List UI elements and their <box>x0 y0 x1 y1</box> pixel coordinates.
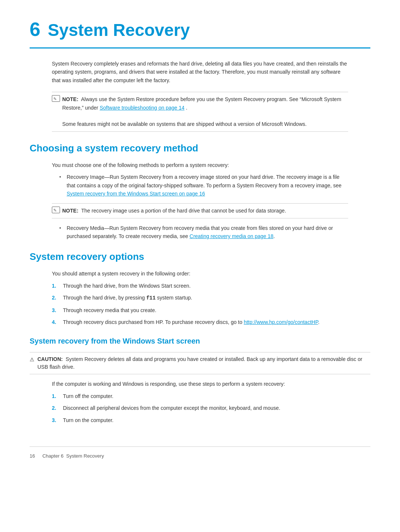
options-section-title: System recovery options <box>30 250 370 264</box>
caution-triangle-icon: ⚠ <box>30 356 34 364</box>
options-step-2-text-after: system startup. <box>156 295 192 301</box>
options-intro: You should attempt a system recovery in … <box>52 270 348 278</box>
windows-step-1: 1. Turn off the computer. <box>52 392 348 400</box>
caution-content: CAUTION: System Recovery deletes all dat… <box>37 355 370 371</box>
bullet-1-text-before: Recovery Image—Run System Recovery from … <box>67 174 341 188</box>
caution-text: System Recovery deletes all data and pro… <box>37 356 362 370</box>
page-footer: 16 Chapter 6 System Recovery <box>30 446 370 460</box>
options-step-2-code: f11 <box>146 295 156 301</box>
note-text-after-link: . <box>186 105 187 111</box>
options-step-3-text: Through recovery media that you create. <box>63 307 156 313</box>
windows-step-1-number: 1. <box>52 392 56 400</box>
choosing-bullet-list-2: Recovery Media—Run System Recovery from … <box>59 224 348 241</box>
windows-step-2: 2. Disconnect all peripheral devices fro… <box>52 404 348 412</box>
windows-start-steps: 1. Turn off the computer. 2. Disconnect … <box>52 392 348 424</box>
bullet-item-2: Recovery Media—Run System Recovery from … <box>59 224 348 241</box>
options-step-4: 4. Through recovery discs purchased from… <box>52 318 348 326</box>
chapter-header: 6 System Recovery <box>30 15 370 48</box>
note-box-1: NOTE: Always use the System Restore proc… <box>52 92 348 132</box>
windows-step-1-text: Turn off the computer. <box>63 393 113 399</box>
bullet-item-1: Recovery Image—Run System Recovery from … <box>59 173 348 198</box>
footer-chapter-label: Chapter 6 System Recovery <box>42 452 104 460</box>
note-icon-1 <box>52 95 60 102</box>
intro-paragraph: System Recovery completely erases and re… <box>52 60 348 84</box>
note-text-2: The recovery image uses a portion of the… <box>81 208 286 214</box>
caution-label: CAUTION: <box>37 356 63 362</box>
options-step-3-number: 3. <box>52 306 56 314</box>
windows-step-3: 3. Turn on the computer. <box>52 416 348 424</box>
note-label-2: NOTE: <box>62 208 79 214</box>
options-step-4-text-before: Through recovery discs purchased from HP… <box>63 319 244 325</box>
note-extra-text: Some features might not be available on … <box>62 121 307 127</box>
note-icon-2 <box>52 207 60 213</box>
chapter-number: 6 <box>30 15 40 44</box>
note-link-1[interactable]: Software troubleshooting on page 14 <box>100 105 184 111</box>
note-box-2: NOTE: The recovery image uses a portion … <box>52 203 348 218</box>
bullet-2-link[interactable]: Creating recovery media on page 18 <box>190 233 273 239</box>
choosing-intro: You must choose one of the following met… <box>52 161 348 169</box>
windows-step-3-text: Turn on the computer. <box>63 417 113 423</box>
choosing-bullet-list: Recovery Image—Run System Recovery from … <box>59 173 348 198</box>
windows-step-2-text: Disconnect all peripheral devices from t… <box>63 405 280 411</box>
windows-step-3-number: 3. <box>52 416 56 424</box>
options-ordered-list: 1. Through the hard drive, from the Wind… <box>52 282 348 327</box>
options-step-2-text-before: Through the hard drive, by pressing <box>63 295 146 301</box>
options-step-2-number: 2. <box>52 294 56 302</box>
chapter-title: System Recovery <box>48 17 190 43</box>
options-step-1-text: Through the hard drive, from the Windows… <box>63 283 191 289</box>
bullet-1-link[interactable]: System recovery from the Windows Start s… <box>67 191 205 197</box>
options-step-3: 3. Through recovery media that you creat… <box>52 306 348 314</box>
options-step-1: 1. Through the hard drive, from the Wind… <box>52 282 348 290</box>
options-step-1-number: 1. <box>52 282 56 290</box>
footer-page-number: 16 <box>30 452 35 460</box>
windows-start-intro: If the computer is working and Windows i… <box>52 380 348 388</box>
options-step-4-link[interactable]: http://www.hp.com/go/contactHP <box>244 319 318 325</box>
options-step-4-text-after: . <box>318 319 320 325</box>
note-content-2: NOTE: The recovery image uses a portion … <box>62 207 286 215</box>
caution-box: ⚠ CAUTION: System Recovery deletes all d… <box>30 352 370 374</box>
bullet-2-text-after: . <box>273 233 275 239</box>
options-step-4-number: 4. <box>52 318 56 326</box>
windows-start-section-title: System recovery from the Windows Start s… <box>30 335 370 347</box>
windows-step-2-number: 2. <box>52 404 56 412</box>
note-content-1: NOTE: Always use the System Restore proc… <box>62 95 348 128</box>
choosing-section-title: Choosing a system recovery method <box>30 141 370 155</box>
options-step-2: 2. Through the hard drive, by pressing f… <box>52 294 348 302</box>
note-label-1: NOTE: <box>62 96 79 102</box>
